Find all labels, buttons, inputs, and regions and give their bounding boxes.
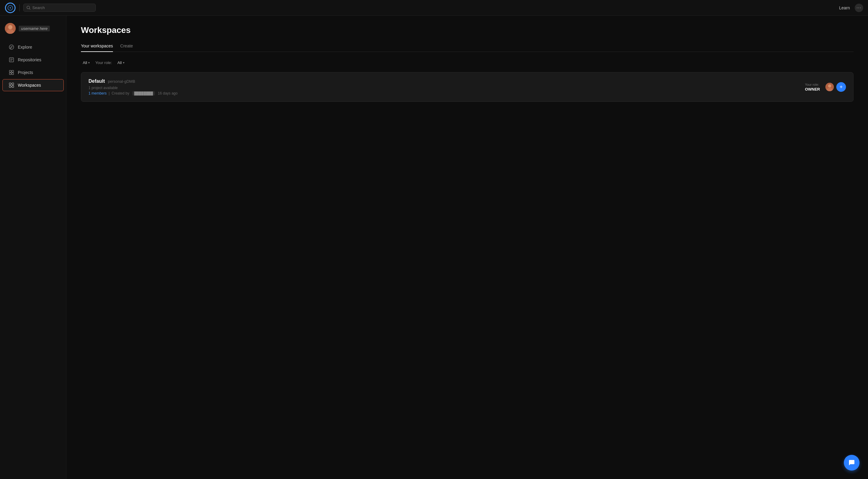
add-member-button[interactable]: + [836,82,846,92]
created-by-user: ████████ [132,91,155,95]
username-label: username here [19,26,50,31]
main-content: Workspaces Your workspaces Create All ▾ … [66,16,868,479]
filter-all-button[interactable]: All ▾ [81,59,92,66]
repositories-label: Repositories [18,57,41,62]
more-options-button[interactable]: ··· [855,4,863,12]
svg-rect-18 [9,86,11,88]
compass-icon [9,44,14,50]
role-filter-label: Your role: [95,60,112,65]
svg-point-2 [10,7,11,8]
workspace-info: Default personal-gDMB 1 project availabl… [89,78,805,95]
search-input[interactable] [32,5,92,10]
search-bar [23,4,96,12]
svg-line-4 [29,8,30,9]
chevron-down-icon: ▾ [88,61,90,64]
members-avatars: + [825,82,846,92]
svg-rect-15 [12,73,13,74]
app-logo[interactable] [5,2,16,13]
avatar[interactable] [5,23,16,34]
workspace-projects: 1 project available [89,86,805,90]
workspace-right: Your role: OWNER + [805,82,846,92]
svg-rect-13 [12,70,13,72]
svg-rect-12 [9,70,11,72]
created-by-label: Created by [112,91,129,95]
app-layout: username here Explore Repositor [0,16,868,479]
svg-rect-16 [9,83,11,85]
repository-icon [9,57,14,63]
svg-rect-14 [9,73,11,74]
workspace-id: personal-gDMB [108,79,135,84]
role-value: OWNER [805,87,820,92]
tab-your-workspaces[interactable]: Your workspaces [81,43,113,52]
role-label: Your role: [805,83,820,86]
member-avatar [825,82,835,92]
svg-point-6 [8,25,12,29]
workspaces-label: Workspaces [18,83,41,88]
sidebar-item-workspaces[interactable]: Workspaces [2,79,64,91]
sidebar-item-explore[interactable]: Explore [2,41,64,53]
workspace-name-row: Default personal-gDMB [89,78,805,84]
top-nav: Learn ··· [0,0,868,16]
learn-button[interactable]: Learn [839,5,850,10]
workspace-meta-row: 1 members | Created by ████████ 16 days … [89,91,805,95]
tab-create[interactable]: Create [120,43,133,52]
workspaces-icon [9,83,14,88]
top-nav-right: Learn ··· [839,4,863,12]
filter-role-button[interactable]: All ▾ [116,59,126,66]
grid-icon [9,70,14,75]
projects-label: Projects [18,70,33,75]
explore-label: Explore [18,45,32,50]
page-title: Workspaces [81,25,854,35]
role-info: Your role: OWNER [805,83,820,92]
sidebar-item-projects[interactable]: Projects [2,66,64,78]
search-icon [27,6,31,10]
user-profile: username here [0,21,66,39]
workspace-members-link[interactable]: 1 members [89,91,106,95]
svg-rect-17 [12,83,14,85]
workspace-card: Default personal-gDMB 1 project availabl… [81,72,854,102]
svg-rect-19 [12,86,14,88]
filter-role-value: All [118,60,122,65]
chevron-down-role-icon: ▾ [123,61,124,64]
sidebar: username here Explore Repositor [0,16,66,479]
created-ago: 16 days ago [158,91,178,95]
svg-point-25 [828,84,832,88]
filter-all-label: All [83,60,87,65]
chat-button[interactable] [844,455,860,471]
chat-icon [848,459,855,466]
svg-point-26 [827,88,832,92]
sidebar-item-repositories[interactable]: Repositories [2,54,64,66]
filters-row: All ▾ Your role: All ▾ [81,59,854,66]
workspace-name: Default [89,78,105,84]
tabs-bar: Your workspaces Create [81,43,854,52]
nav-divider [19,4,20,11]
